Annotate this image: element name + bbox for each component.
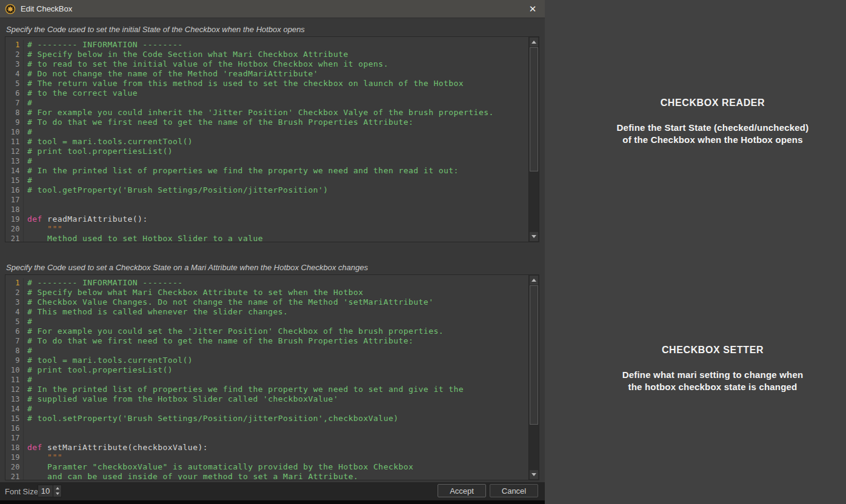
code-line: 21 Method used to set Hotbox Slider to a… xyxy=(5,234,528,242)
code-text: # To do that we first need to get the na… xyxy=(24,336,413,346)
triangle-up-icon xyxy=(56,487,59,489)
line-number: 19 xyxy=(5,453,24,462)
setter-description-line1: Define what mari setting to change when xyxy=(545,369,846,381)
code-line: 11# xyxy=(5,375,528,385)
code-text: and can be used inside of your method to… xyxy=(24,472,358,480)
scrollbar-thumb[interactable] xyxy=(530,285,538,425)
code-text: # Specify below in the Code Section what… xyxy=(24,50,348,59)
code-line: 14# In the printed list of properties we… xyxy=(5,166,528,176)
line-number: 7 xyxy=(5,336,24,346)
scrollbar-thumb[interactable] xyxy=(530,47,538,171)
line-number: 12 xyxy=(5,385,24,394)
line-number: 2 xyxy=(5,288,24,297)
code-line: 19 """ xyxy=(5,453,528,462)
line-number: 3 xyxy=(5,297,24,307)
code-line: 4# This method is called whenever the sl… xyxy=(5,307,528,317)
line-number: 21 xyxy=(5,472,24,480)
code-line: 9# To do that we first need to get the n… xyxy=(5,118,528,127)
code-text: # tool.getProperty('Brush Settings/Posit… xyxy=(24,185,328,195)
line-number: 11 xyxy=(5,375,24,385)
code-text: # Specify below what Mari Checkbox Attri… xyxy=(24,288,364,297)
line-number: 20 xyxy=(5,224,24,234)
line-number: 5 xyxy=(5,79,24,88)
spinner-down-button[interactable] xyxy=(53,491,61,497)
scroll-up-button[interactable] xyxy=(530,38,538,47)
line-number: 19 xyxy=(5,214,24,224)
spinner-up-button[interactable] xyxy=(53,485,61,491)
code-line: 16# tool.getProperty('Brush Settings/Pos… xyxy=(5,185,528,195)
code-line: 3# to read to set the initial value of t… xyxy=(5,59,528,69)
scroll-down-button[interactable] xyxy=(530,470,538,479)
code-text: # In the printed list of properties we f… xyxy=(24,385,464,394)
close-icon[interactable]: ✕ xyxy=(526,3,539,15)
code-text: Paramter "checkboxValue" is automaticall… xyxy=(24,462,413,472)
line-number: 16 xyxy=(5,423,24,433)
code-line: 21 and can be used inside of your method… xyxy=(5,472,528,480)
setter-code-lines[interactable]: 1# -------- INFORMATION --------2# Speci… xyxy=(5,275,528,480)
code-text: # to read to set the initial value of th… xyxy=(24,59,388,69)
reader-code-editor[interactable]: 1# -------- INFORMATION --------2# Speci… xyxy=(5,36,539,242)
line-number: 2 xyxy=(5,50,24,59)
font-size-value[interactable]: 10 xyxy=(38,485,53,497)
code-text: """ xyxy=(24,224,62,234)
hotbox-background-panel: CHECKBOX READER Define the Start State (… xyxy=(545,0,846,504)
mari-logo-icon xyxy=(5,4,16,15)
code-line: 16 xyxy=(5,423,528,433)
dialog-titlebar[interactable]: Edit CheckBox ✕ xyxy=(0,0,545,18)
code-text: """ xyxy=(24,453,62,462)
triangle-down-icon xyxy=(56,492,59,495)
code-line: 12# In the printed list of properties we… xyxy=(5,385,528,394)
line-number: 9 xyxy=(5,118,24,127)
dialog-footer: Font Size 10 Accept Cancel xyxy=(0,482,545,500)
line-number: 16 xyxy=(5,185,24,195)
dialog-bottom-edge xyxy=(0,500,545,504)
triangle-down-icon xyxy=(531,473,536,476)
cancel-button[interactable]: Cancel xyxy=(490,484,538,497)
screen: Edit CheckBox ✕ Specify the Code used to… xyxy=(0,0,846,504)
reader-description-line1: Define the Start State (checked/unchecke… xyxy=(545,122,846,134)
code-text xyxy=(24,195,27,205)
checkbox-reader-description: Define the Start State (checked/unchecke… xyxy=(545,122,846,146)
code-line: 2# Specify below in the Code Section wha… xyxy=(5,50,528,59)
code-line: 11# tool = mari.tools.currentTool() xyxy=(5,137,528,147)
code-line: 15# tool.setProperty('Brush Settings/Pos… xyxy=(5,414,528,423)
code-text: # xyxy=(24,375,32,385)
scroll-up-button[interactable] xyxy=(530,276,538,285)
line-number: 1 xyxy=(5,278,24,288)
font-size-label: Font Size xyxy=(5,487,38,496)
code-text: # xyxy=(24,127,32,137)
line-number: 11 xyxy=(5,137,24,147)
code-line: 8# xyxy=(5,346,528,356)
code-text: def readMariAttribute(): xyxy=(24,214,148,224)
dialog-title: Edit CheckBox xyxy=(21,4,72,13)
line-number: 17 xyxy=(5,195,24,205)
code-text: # xyxy=(24,176,32,185)
code-text: # Checkbox Value Changes. Do not change … xyxy=(24,297,433,307)
line-number: 14 xyxy=(5,166,24,176)
code-text: # This method is called whenever the sli… xyxy=(24,307,288,317)
reader-description-line2: of the Checkbox when the Hotbox opens xyxy=(545,134,846,146)
setter-code-editor[interactable]: 1# -------- INFORMATION --------2# Speci… xyxy=(5,274,539,480)
line-number: 1 xyxy=(5,40,24,50)
line-number: 18 xyxy=(5,205,24,214)
setter-description-line2: the hotbox checkbox state is changed xyxy=(545,381,846,393)
setter-scrollbar[interactable] xyxy=(528,275,539,480)
code-text: # -------- INFORMATION -------- xyxy=(24,40,183,50)
font-size-spinner[interactable]: 10 xyxy=(38,485,62,497)
code-text: # supplied value from the Hotbox Slider … xyxy=(24,394,338,404)
code-text: # -------- INFORMATION -------- xyxy=(24,278,183,288)
line-number: 10 xyxy=(5,127,24,137)
scroll-down-button[interactable] xyxy=(530,232,538,241)
code-line: 7# xyxy=(5,98,528,108)
line-number: 15 xyxy=(5,414,24,423)
reader-code-lines[interactable]: 1# -------- INFORMATION --------2# Speci… xyxy=(5,37,528,242)
code-line: 20 """ xyxy=(5,224,528,234)
code-line: 17 xyxy=(5,433,528,443)
code-line: 14# xyxy=(5,404,528,414)
reader-scrollbar[interactable] xyxy=(528,37,539,242)
line-number: 17 xyxy=(5,433,24,443)
spinner-buttons xyxy=(53,485,61,497)
accept-button[interactable]: Accept xyxy=(438,484,486,497)
code-line: 19def readMariAttribute(): xyxy=(5,214,528,224)
triangle-up-icon xyxy=(531,279,536,282)
